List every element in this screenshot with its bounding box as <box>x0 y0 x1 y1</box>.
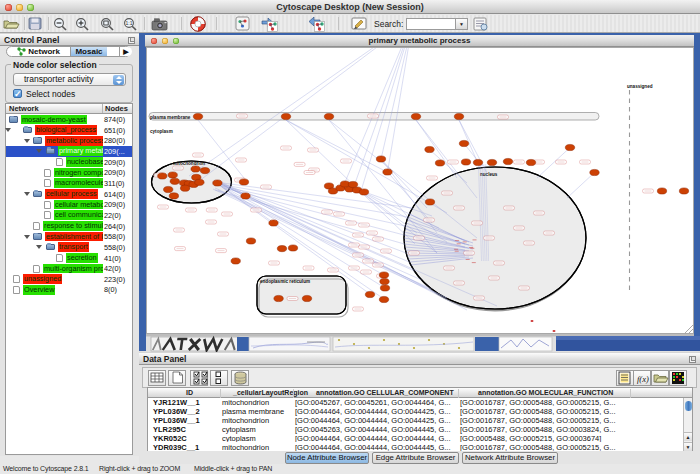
svg-text:mitochondrion: mitochondrion <box>173 161 205 166</box>
svg-text:f(x): f(x) <box>637 374 649 384</box>
svg-text:unassigned: unassigned <box>627 84 653 89</box>
svg-text:cytoplasm: cytoplasm <box>150 129 173 134</box>
svg-text:1:1: 1:1 <box>126 20 133 26</box>
svg-text:endoplasmic reticulum: endoplasmic reticulum <box>260 279 310 284</box>
svg-text:plasma membrane: plasma membrane <box>150 115 191 120</box>
